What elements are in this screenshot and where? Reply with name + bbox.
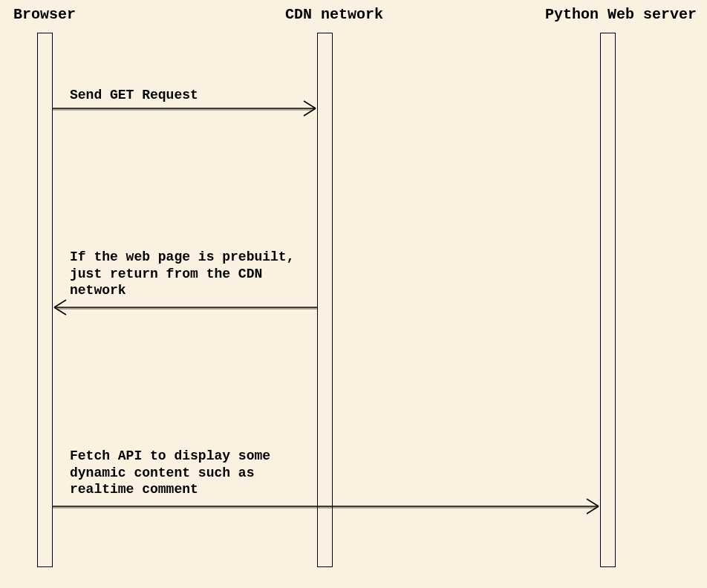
svg-line-2 <box>304 101 316 108</box>
lifeline-cdn <box>317 33 333 567</box>
message-cdn-return-arrow <box>53 298 317 316</box>
message-fetch-api-label: Fetch API to display some dynamic conten… <box>70 448 270 498</box>
participant-cdn-label: CDN network <box>285 6 383 23</box>
svg-line-6 <box>54 300 66 307</box>
message-fetch-api-arrow <box>53 497 600 515</box>
lifeline-browser <box>37 33 53 567</box>
participant-browser-label: Browser <box>13 6 76 23</box>
svg-line-3 <box>304 108 316 116</box>
participant-server-label: Python Web server <box>545 6 697 23</box>
svg-line-10 <box>587 499 599 506</box>
lifeline-server <box>600 33 616 567</box>
svg-line-11 <box>587 506 599 514</box>
svg-line-7 <box>54 307 66 315</box>
sequence-diagram: Browser CDN network Python Web server Se… <box>0 0 707 588</box>
message-send-get-arrow <box>53 99 317 117</box>
message-cdn-return-label: If the web page is prebuilt, just return… <box>70 249 294 299</box>
